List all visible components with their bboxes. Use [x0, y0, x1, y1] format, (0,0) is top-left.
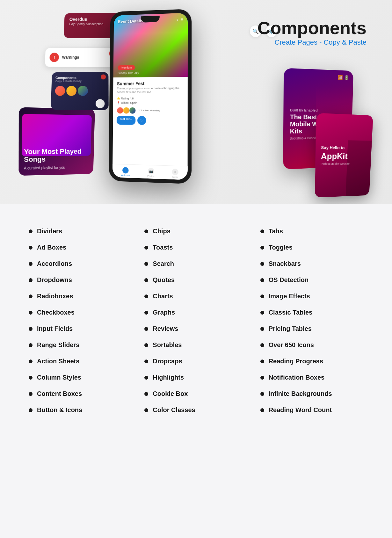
- feature-label: Reading Word Count: [269, 406, 332, 414]
- feature-item: Snackbars: [257, 256, 373, 272]
- feature-label: Column Styles: [37, 374, 81, 381]
- avatar-3: [78, 86, 88, 96]
- feature-label: OS Detection: [269, 276, 309, 284]
- feature-item: Reading Word Count: [257, 402, 373, 418]
- feature-item: Classic Tables: [257, 304, 373, 321]
- feature-item: Cookie Box: [141, 386, 257, 402]
- nav-welcome-label: Welcome: [121, 174, 130, 177]
- feature-item: Reviews: [141, 321, 257, 337]
- feature-item: Quotes: [141, 272, 257, 288]
- favorite-button[interactable]: ♡: [137, 116, 146, 125]
- event-details-label: Event Details: [118, 18, 143, 24]
- feature-label: Accordions: [37, 260, 72, 267]
- feature-bullet: [260, 294, 264, 298]
- event-avatars-row: 1.2million attending: [117, 107, 184, 114]
- feature-label: Infinite Backgrounds: [269, 390, 332, 397]
- nav-menu[interactable]: ≡ Menu: [172, 169, 178, 178]
- perfect-text: Perfect Mobile Website: [321, 162, 366, 165]
- feature-item: Pricing Tables: [257, 321, 373, 337]
- feature-bullet: [29, 262, 33, 266]
- feature-item: Dropcaps: [141, 353, 257, 369]
- warning-icon: !: [49, 53, 59, 62]
- feature-item: Toasts: [141, 239, 257, 256]
- feature-item: Reading Progress: [257, 353, 373, 369]
- feature-label: Cookie Box: [153, 390, 188, 397]
- phone-back-icon: ‹: [177, 17, 178, 22]
- event-rating: ⭐ Rating 4.8: [117, 97, 184, 100]
- say-hello-greeting: Say Hello to: [321, 145, 367, 151]
- avatar-1: [55, 86, 65, 96]
- feature-bullet: [29, 278, 33, 282]
- feature-bullet: [29, 294, 33, 298]
- feature-label: Dividers: [37, 228, 62, 235]
- feature-column-2: ChipsToastsSearchQuotesChartsGraphsRevie…: [141, 223, 257, 418]
- feature-item: Image Effects: [257, 288, 373, 304]
- feature-bullet: [29, 327, 33, 331]
- feature-label: Quotes: [153, 276, 175, 284]
- feature-bullet: [260, 360, 264, 363]
- feature-bullet: [144, 327, 148, 331]
- feature-item: Highlights: [141, 369, 257, 386]
- feature-label: Radioboxes: [37, 293, 73, 300]
- warning-text: Warnings: [62, 55, 79, 60]
- feature-bullet: [29, 229, 33, 233]
- feature-label: Content Boxes: [37, 390, 82, 397]
- event-date: Sunday 18th July: [118, 71, 183, 75]
- avatar-2: [66, 86, 76, 96]
- page-title: Components: [258, 19, 367, 37]
- features-grid: DividersAd BoxesAccordionsDropdownsRadio…: [25, 223, 373, 418]
- feature-label: Classic Tables: [269, 309, 312, 316]
- feature-item: Ad Boxes: [25, 239, 141, 256]
- feature-label: Checkboxes: [37, 309, 75, 316]
- feature-bullet: [144, 311, 148, 315]
- feature-item: Dividers: [25, 223, 141, 239]
- phone-screen: Event Details ‹ ≡ Premium Sunday 18th Ju…: [113, 13, 188, 180]
- mini-card-subtitle: Copy & Paste Ready: [55, 79, 105, 83]
- hero-section: 🔍 ⚙️ Your Most Played Songs A curated pl…: [0, 0, 392, 204]
- feature-item: Input Fields: [25, 321, 141, 337]
- feature-item: Color Classes: [141, 402, 257, 418]
- event-badge: Premium: [118, 65, 135, 70]
- nav-home-icon: ⊙: [122, 167, 129, 174]
- feature-item: Range Sliders: [25, 337, 141, 353]
- feature-label: Reading Progress: [269, 358, 323, 365]
- feature-bullet: [260, 327, 264, 331]
- feature-label: Snackbars: [269, 260, 301, 267]
- attending-count: 1.2million attending: [138, 109, 160, 112]
- components-title-block: Components Create Pages - Copy & Paste: [258, 19, 367, 47]
- avatar-row: [55, 86, 105, 96]
- feature-bullet: [29, 343, 33, 347]
- appkit-brand: AppKit: [321, 152, 367, 160]
- nav-photos-icon: 📷: [148, 168, 154, 174]
- music-card: Your Most Played Songs A curated playlis…: [18, 107, 95, 176]
- feature-bullet: [260, 278, 264, 282]
- feature-bullet: [144, 408, 148, 412]
- phone-menu-icon: ≡: [181, 17, 183, 22]
- phone-bottom-nav: ⊙ Welcome 📷 Photos ≡ Menu: [113, 164, 188, 180]
- feature-bullet: [29, 246, 33, 250]
- feature-bullet: [144, 278, 148, 282]
- page-subtitle: Create Pages - Copy & Paste: [258, 38, 367, 47]
- get-tickets-button[interactable]: Get Dir...: [117, 116, 136, 125]
- feature-label: Image Effects: [269, 293, 310, 300]
- feature-label: Toggles: [269, 244, 293, 251]
- feature-column-1: DividersAd BoxesAccordionsDropdownsRadio…: [25, 223, 141, 418]
- main-phone: Event Details ‹ ≡ Premium Sunday 18th Ju…: [109, 9, 192, 184]
- feature-item: Graphs: [141, 304, 257, 321]
- feature-item: Search: [141, 256, 257, 272]
- feature-bullet: [29, 408, 33, 412]
- arrow-button[interactable]: →: [96, 99, 105, 108]
- event-details-header: Event Details ‹ ≡ Premium Sunday 18th Ju…: [118, 17, 183, 75]
- nav-home[interactable]: ⊙ Welcome: [121, 167, 130, 177]
- feature-item: Sortables: [141, 337, 257, 353]
- nav-photos[interactable]: 📷 Photos: [147, 168, 154, 177]
- feature-item: OS Detection: [257, 272, 373, 288]
- feature-item: Tabs: [257, 223, 373, 239]
- feature-label: Reviews: [153, 325, 178, 332]
- feature-item: Content Boxes: [25, 386, 141, 402]
- event-description: The most prestigious summer festival bri…: [117, 86, 184, 94]
- feature-label: Chips: [153, 228, 171, 235]
- feature-item: Column Styles: [25, 369, 141, 386]
- nav-menu-label: Menu: [172, 176, 178, 178]
- feature-item: Accordions: [25, 256, 141, 272]
